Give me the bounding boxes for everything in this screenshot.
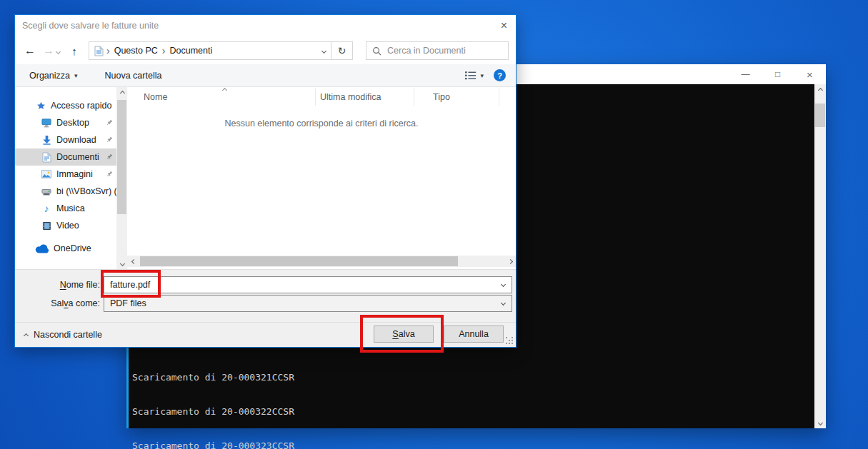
- scroll-up-icon[interactable]: [116, 87, 128, 99]
- sidebar-item-download[interactable]: Download: [15, 131, 116, 148]
- breadcrumb-separator-icon: ›: [162, 46, 166, 56]
- chevron-down-icon: ▾: [74, 72, 78, 79]
- breadcrumb-separator-icon: ›: [106, 46, 110, 56]
- scroll-up-icon[interactable]: [814, 84, 826, 96]
- scroll-left-icon[interactable]: [128, 256, 139, 267]
- filetype-label-rest: a come:: [69, 298, 100, 308]
- sidebar-item-musica[interactable]: ♪ Musica: [15, 200, 116, 217]
- annotation-box-filename: [101, 270, 161, 298]
- sidebar-item-immagini[interactable]: Immagini: [15, 166, 116, 183]
- sidebar-item-documenti[interactable]: Documenti: [15, 148, 116, 166]
- column-divider[interactable]: [414, 89, 414, 106]
- music-note-icon: ♪: [41, 203, 52, 213]
- pin-icon: [106, 136, 113, 143]
- network-drive-icon: [41, 187, 52, 196]
- sidebar-item-video[interactable]: Video: [15, 217, 116, 234]
- dialog-toolbar: Organizza ▾ Nuova cartella ▾ ?: [15, 64, 516, 87]
- forward-button[interactable]: →: [41, 45, 56, 56]
- sidebar-item-desktop[interactable]: Desktop: [15, 114, 116, 131]
- up-button[interactable]: ↑: [67, 46, 81, 56]
- console-scrollbar[interactable]: [814, 84, 826, 428]
- scrollbar-thumb[interactable]: [815, 104, 825, 127]
- hide-folders-button[interactable]: Nascondi cartelle: [24, 330, 102, 340]
- maximize-button[interactable]: □: [762, 64, 794, 84]
- address-dropdown-icon[interactable]: [321, 48, 326, 53]
- view-options-button[interactable]: ▾: [465, 71, 484, 80]
- sidebar-scrollbar[interactable]: [116, 87, 127, 269]
- file-list: Nome Ultima modifica Tipo Nessun element…: [127, 87, 516, 269]
- organize-label: Organizza: [29, 71, 70, 81]
- sidebar-label: bi (\\VBoxSvr) (Z: [56, 186, 116, 196]
- desktop-icon: [41, 118, 52, 128]
- sidebar-label: Desktop: [56, 118, 89, 128]
- scroll-right-icon[interactable]: [504, 256, 516, 267]
- filetype-value[interactable]: PDF files: [110, 298, 146, 308]
- pin-icon: [106, 171, 113, 178]
- sidebar-item-network-drive[interactable]: bi (\\VBoxSvr) (Z: [15, 183, 116, 200]
- console-line: Scaricamento di 20-000321CCSR: [132, 372, 294, 383]
- onedrive-cloud-icon: [35, 244, 49, 253]
- console-line: Scaricamento di 20-000323CCSR: [132, 440, 294, 449]
- close-button[interactable]: ×: [794, 64, 826, 84]
- dialog-titlebar[interactable]: Scegli dove salvare le fatture unite ×: [15, 15, 516, 37]
- scroll-down-icon[interactable]: [116, 258, 128, 269]
- filename-label: Nome file:: [15, 276, 100, 293]
- sidebar-label: Musica: [56, 203, 85, 213]
- maximize-icon: □: [775, 70, 780, 79]
- search-input[interactable]: [387, 46, 502, 56]
- refresh-icon: ↻: [338, 45, 346, 56]
- scrollbar-thumb[interactable]: [117, 100, 126, 214]
- filetype-combobox[interactable]: PDF files: [104, 295, 512, 312]
- breadcrumb-documenti[interactable]: Documenti: [169, 46, 212, 56]
- folder-location-icon: [94, 46, 104, 56]
- video-icon: [41, 221, 52, 231]
- minimize-icon: —: [742, 70, 750, 79]
- sidebar-label: Accesso rapido: [51, 101, 111, 111]
- column-header-ultima-modifica[interactable]: Ultima modifica: [320, 87, 381, 107]
- filename-label-rest: ome file:: [66, 280, 100, 290]
- sidebar-label: Documenti: [56, 152, 99, 162]
- sort-ascending-icon: [222, 88, 227, 93]
- history-dropdown-icon[interactable]: [56, 49, 61, 54]
- annotation-box-save: [360, 315, 444, 353]
- scrollbar-thumb[interactable]: [140, 256, 458, 266]
- column-divider[interactable]: [315, 89, 316, 106]
- new-folder-button[interactable]: Nuova cartella: [105, 71, 162, 81]
- search-box[interactable]: [366, 41, 509, 60]
- breadcrumb-questo-pc[interactable]: Questo PC: [114, 46, 158, 56]
- filename-label-accel: N: [60, 280, 66, 290]
- sidebar-label: Video: [56, 221, 79, 231]
- document-icon: [41, 152, 52, 163]
- help-icon: ?: [497, 71, 502, 80]
- pin-icon: [106, 153, 113, 161]
- horizontal-scrollbar[interactable]: [127, 256, 516, 267]
- scroll-down-icon[interactable]: [814, 417, 826, 428]
- navigation-bar: ← → ↑ › Questo PC › Documenti ↻: [15, 37, 516, 64]
- organize-button[interactable]: Organizza ▾: [29, 71, 78, 81]
- quick-access-star-icon: [35, 101, 46, 111]
- save-dialog: Scegli dove salvare le fatture unite × ←…: [14, 14, 517, 348]
- chevron-down-icon[interactable]: [501, 301, 506, 306]
- dialog-close-button[interactable]: ×: [501, 19, 507, 32]
- column-header-nome[interactable]: Nome: [144, 87, 167, 107]
- back-button[interactable]: ←: [22, 45, 38, 56]
- address-bar[interactable]: › Questo PC › Documenti: [89, 41, 331, 60]
- column-header-tipo[interactable]: Tipo: [433, 87, 450, 107]
- sidebar-item-accesso-rapido[interactable]: Accesso rapido: [15, 97, 116, 114]
- column-divider[interactable]: [499, 89, 499, 106]
- resize-grip-icon[interactable]: [506, 337, 514, 345]
- chevron-up-icon: [24, 333, 29, 338]
- filename-combobox[interactable]: fatture.pdf: [104, 276, 512, 293]
- close-icon: ×: [807, 69, 813, 80]
- sidebar-label: Download: [56, 135, 96, 145]
- pictures-icon: [41, 170, 52, 178]
- sidebar-item-onedrive[interactable]: OneDrive: [15, 240, 116, 257]
- refresh-button[interactable]: ↻: [331, 41, 353, 60]
- help-button[interactable]: ?: [494, 69, 506, 81]
- sidebar-label: Immagini: [56, 169, 93, 179]
- chevron-down-icon[interactable]: [501, 282, 506, 287]
- minimize-button[interactable]: —: [729, 64, 762, 84]
- dialog-title: Scegli dove salvare le fatture unite: [22, 15, 159, 37]
- filetype-label-pre: Sal: [51, 298, 64, 308]
- cancel-button[interactable]: Annulla: [444, 326, 504, 343]
